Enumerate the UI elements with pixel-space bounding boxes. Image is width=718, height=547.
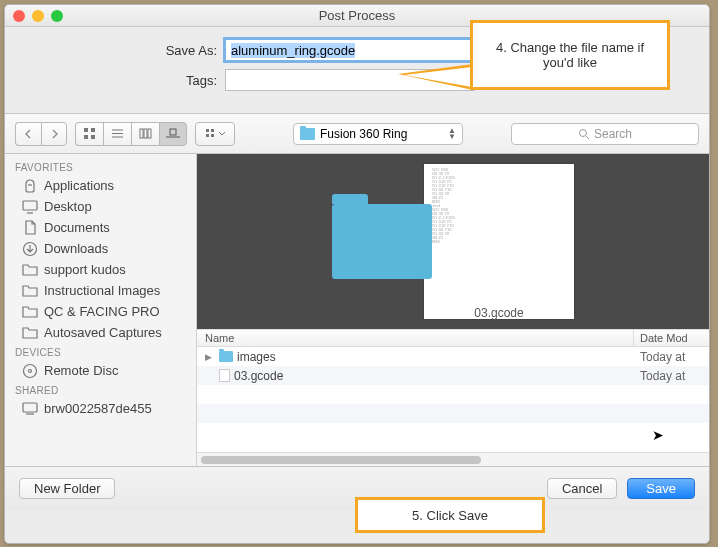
scroll-thumb[interactable] [201,456,481,464]
documents-icon [23,220,37,236]
svg-point-16 [579,129,586,136]
save-as-input[interactable] [225,39,475,61]
desktop-icon [22,200,38,214]
folder-icon [22,326,38,339]
applications-icon [22,178,38,194]
svg-rect-24 [23,403,37,412]
sidebar-header-devices: Devices [5,343,196,360]
main-area: Favorites Applications Desktop Documents… [5,154,709,466]
sidebar-item-instructional-images[interactable]: Instructional Images [5,280,196,301]
disclosure-icon[interactable]: ▶ [205,352,215,362]
grid-icon [83,127,96,140]
svg-rect-2 [84,135,88,139]
folder-icon [300,128,315,140]
callout-rename: 4. Change the file name if you'd like [470,20,670,90]
arrange-button[interactable] [195,122,235,146]
svg-point-23 [28,369,31,372]
coverflow-preview[interactable]: G21 G90G0 X0 Y0G1 Z-1 F100G1 X10 Y0G1 X1… [197,154,709,329]
search-input[interactable]: Search [511,123,699,145]
preview-folder-icon [332,204,432,279]
svg-line-17 [586,136,589,139]
col-name[interactable]: Name [197,330,634,346]
downloads-icon [22,241,38,257]
svg-rect-0 [84,128,88,132]
folder-dropdown[interactable]: Fusion 360 Ring ▲▼ [293,123,463,145]
sidebar-item-remote-disc[interactable]: Remote Disc [5,360,196,381]
file-list[interactable]: ▶images Today at 03.gcode Today at ➤ [197,347,709,452]
new-folder-button[interactable]: New Folder [19,478,115,499]
view-seg [75,122,187,146]
callout-save: 5. Click Save [355,497,545,533]
sidebar-header-favorites: Favorites [5,158,196,175]
sidebar-item-downloads[interactable]: Downloads [5,238,196,259]
cancel-button[interactable]: Cancel [547,478,617,499]
svg-rect-14 [206,134,209,137]
svg-rect-13 [211,129,214,132]
list-item [197,423,709,442]
computer-icon [22,402,38,415]
disc-icon [22,363,38,379]
sidebar-item-desktop[interactable]: Desktop [5,196,196,217]
icon-view-button[interactable] [75,122,103,146]
forward-button[interactable] [41,122,67,146]
svg-rect-8 [144,129,147,138]
close-icon[interactable] [13,10,25,22]
sidebar-item-documents[interactable]: Documents [5,217,196,238]
coverflow-view-button[interactable] [159,122,187,146]
sidebar: Favorites Applications Desktop Documents… [5,154,197,466]
svg-point-22 [23,364,36,377]
svg-rect-1 [91,128,95,132]
list-header: Name Date Mod [197,329,709,347]
sidebar-header-shared: Shared [5,381,196,398]
back-button[interactable] [15,122,41,146]
folder-icon [22,263,38,276]
sidebar-item-autosaved-captures[interactable]: Autosaved Captures [5,322,196,343]
tags-label: Tags: [25,73,225,88]
save-button[interactable]: Save [627,478,695,499]
search-icon [578,128,590,140]
list-item [197,385,709,404]
chevron-left-icon [24,129,33,139]
list-icon [111,128,124,139]
scrollbar[interactable] [197,452,709,466]
sidebar-item-applications[interactable]: Applications [5,175,196,196]
column-view-button[interactable] [131,122,159,146]
folder-icon [219,351,233,362]
list-view-button[interactable] [103,122,131,146]
callout-tail [398,64,473,90]
preview-file-label: 03.gcode [424,311,574,315]
chevron-right-icon [50,129,59,139]
updown-icon: ▲▼ [448,128,456,140]
sidebar-item-qc-facing-pro[interactable]: QC & FACING PRO [5,301,196,322]
folder-icon [22,305,38,318]
zoom-icon[interactable] [51,10,63,22]
save-as-label: Save As: [25,43,225,58]
svg-rect-10 [170,129,176,135]
document-icon [219,369,230,382]
sidebar-item-support-kudos[interactable]: support kudos [5,259,196,280]
toolbar: Fusion 360 Ring ▲▼ Search [5,114,709,154]
svg-rect-15 [211,134,214,137]
col-date[interactable]: Date Mod [634,330,709,346]
arrange-icon [205,128,225,140]
svg-rect-12 [206,129,209,132]
coverflow-icon [165,128,181,139]
window-controls [5,10,63,22]
folder-name: Fusion 360 Ring [320,127,407,141]
preview-file: G21 G90G0 X0 Y0G1 Z-1 F100G1 X10 Y0G1 X1… [424,164,574,319]
content-pane: G21 G90G0 X0 Y0G1 Z-1 F100G1 X10 Y0G1 X1… [197,154,709,466]
folder-icon [22,284,38,297]
minimize-icon[interactable] [32,10,44,22]
columns-icon [139,128,152,139]
list-item[interactable]: ▶images Today at [197,347,709,366]
svg-rect-19 [23,201,37,210]
svg-rect-7 [140,129,143,138]
sidebar-item-shared-computer[interactable]: brw0022587de455 [5,398,196,419]
arrange-seg [195,122,235,146]
list-item [197,404,709,423]
list-item[interactable]: 03.gcode Today at [197,366,709,385]
nav-seg [15,122,67,146]
svg-rect-3 [91,135,95,139]
svg-rect-9 [148,129,151,138]
